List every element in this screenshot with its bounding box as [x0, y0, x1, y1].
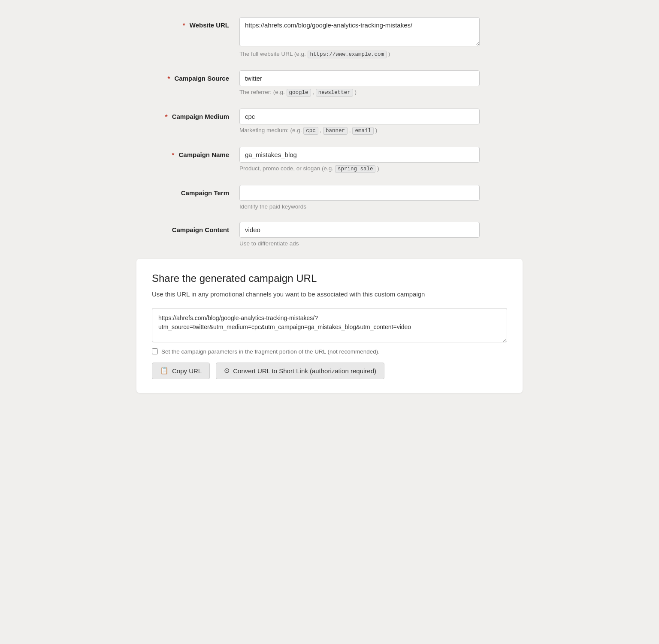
campaign-medium-hint: Marketing medium: (e.g. cpc , banner , e…	[239, 127, 480, 135]
required-star-name: *	[172, 151, 174, 158]
hint-cpc: cpc	[303, 127, 318, 135]
fragment-checkbox-row: Set the campaign parameters in the fragm…	[152, 348, 507, 355]
hint-spring-sale: spring_sale	[335, 165, 376, 173]
website-url-input[interactable]: https://ahrefs.com/blog/google-analytics…	[239, 17, 480, 46]
hint-email: email	[352, 127, 374, 135]
campaign-name-row: * Campaign Name Product, promo code, or …	[136, 147, 523, 173]
campaign-name-input-col: Product, promo code, or slogan (e.g. spr…	[239, 147, 523, 173]
required-star-medium: *	[165, 113, 168, 120]
campaign-medium-label: * Campaign Medium	[136, 109, 239, 120]
campaign-medium-input[interactable]	[239, 109, 480, 124]
fragment-checkbox[interactable]	[152, 348, 158, 354]
website-url-hint-code: https://www.example.com	[308, 51, 387, 58]
hint-newsletter: newsletter	[316, 89, 353, 97]
campaign-name-label: * Campaign Name	[136, 147, 239, 158]
required-star-website: *	[183, 21, 185, 29]
campaign-source-row: * Campaign Source The referrer: (e.g. go…	[136, 70, 523, 97]
campaign-term-input[interactable]	[239, 185, 480, 201]
campaign-content-input-col: Use to differentiate ads	[239, 222, 523, 247]
campaign-name-hint: Product, promo code, or slogan (e.g. spr…	[239, 165, 480, 173]
campaign-medium-row: * Campaign Medium Marketing medium: (e.g…	[136, 109, 523, 135]
campaign-term-hint: Identify the paid keywords	[239, 203, 480, 210]
generated-url-title: Share the generated campaign URL	[152, 272, 507, 284]
convert-button-label: Convert URL to Short Link (authorization…	[233, 367, 376, 375]
convert-icon: ⊙	[224, 367, 230, 374]
form-container: * Website URL https://ahrefs.com/blog/go…	[136, 17, 523, 393]
required-star-source: *	[167, 75, 170, 82]
copy-url-button[interactable]: 📋 Copy URL	[152, 363, 210, 379]
campaign-medium-input-col: Marketing medium: (e.g. cpc , banner , e…	[239, 109, 523, 135]
campaign-source-input[interactable]	[239, 70, 480, 86]
campaign-term-row: Campaign Term Identify the paid keywords	[136, 185, 523, 210]
generated-url-section: Share the generated campaign URL Use thi…	[136, 259, 523, 393]
website-url-label: * Website URL	[136, 17, 239, 29]
button-row: 📋 Copy URL ⊙ Convert URL to Short Link (…	[152, 363, 507, 379]
campaign-name-input[interactable]	[239, 147, 480, 163]
website-url-row: * Website URL https://ahrefs.com/blog/go…	[136, 17, 523, 58]
campaign-source-label: * Campaign Source	[136, 70, 239, 82]
convert-url-button[interactable]: ⊙ Convert URL to Short Link (authorizati…	[216, 363, 384, 379]
campaign-content-hint: Use to differentiate ads	[239, 240, 480, 247]
website-url-input-col: https://ahrefs.com/blog/google-analytics…	[239, 17, 523, 58]
hint-banner: banner	[323, 127, 348, 135]
copy-icon: 📋	[160, 367, 169, 374]
fragment-checkbox-label: Set the campaign parameters in the fragm…	[161, 348, 380, 355]
website-url-hint: The full website URL (e.g. https://www.e…	[239, 51, 480, 58]
generated-url-textarea[interactable]: https://ahrefs.com/blog/google-analytics…	[152, 308, 507, 342]
campaign-content-label: Campaign Content	[136, 222, 239, 233]
campaign-term-input-col: Identify the paid keywords	[239, 185, 523, 210]
hint-google: google	[287, 89, 311, 97]
generated-url-description: Use this URL in any promotional channels…	[152, 290, 507, 299]
campaign-term-label: Campaign Term	[136, 185, 239, 197]
copy-button-label: Copy URL	[172, 367, 202, 375]
campaign-content-row: Campaign Content Use to differentiate ad…	[136, 222, 523, 247]
campaign-content-input[interactable]	[239, 222, 480, 238]
campaign-source-hint: The referrer: (e.g. google , newsletter …	[239, 89, 480, 97]
campaign-source-input-col: The referrer: (e.g. google , newsletter …	[239, 70, 523, 97]
